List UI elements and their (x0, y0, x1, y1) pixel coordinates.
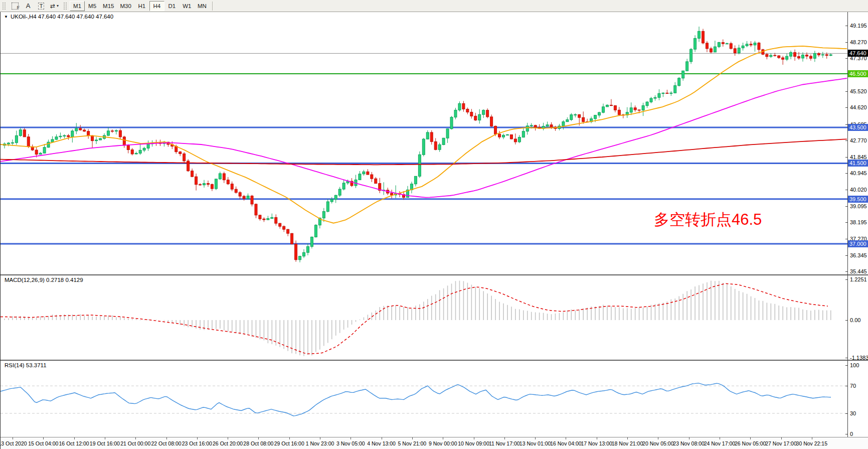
time-tick-mark (504, 437, 505, 439)
time-tick-label: 27 Nov 17:00 (765, 440, 796, 446)
price-level-badge: 39.500 (848, 196, 868, 203)
time-tick-mark (535, 437, 536, 439)
timeframe-w1-button[interactable]: W1 (180, 1, 195, 11)
rsi-indicator-label: RSI(14) 53.3711 (5, 362, 47, 368)
timeframe-d1-button[interactable]: D1 (164, 1, 180, 11)
timeframe-mn-button[interactable]: MN (195, 1, 210, 11)
time-tick-mark (812, 437, 812, 439)
chevron-down-icon: ▾ (57, 4, 59, 8)
toolbar-separator (212, 2, 213, 11)
axis-tick-label: 30 (850, 410, 856, 416)
toolbar-grip[interactable] (63, 2, 68, 10)
annotation-text: 多空转折点46.5 (654, 209, 762, 230)
axis-tick-mark (845, 58, 847, 59)
time-tick-mark (166, 437, 167, 439)
time-tick-mark (135, 437, 136, 439)
time-tick-label: 17 Nov 13:00 (581, 440, 612, 446)
toolbar-grip[interactable] (2, 2, 7, 10)
axis-tick-mark (845, 239, 847, 239)
time-tick-mark (750, 437, 751, 439)
time-tick-mark (658, 437, 658, 439)
time-tick-label: 22 Oct 08:00 (151, 440, 181, 446)
time-tick-label: 21 Oct 00:00 (120, 440, 150, 446)
axis-tick-label: 40.945 (850, 170, 867, 176)
price-axis[interactable]: 49.19548.27047.37045.52044.62043.68542.7… (848, 12, 868, 437)
time-tick-mark (720, 437, 720, 439)
time-tick-label: 18 Nov 21:00 (612, 440, 643, 446)
timeframe-h1-button[interactable]: H1 (134, 1, 149, 11)
time-axis[interactable]: 13 Oct 202015 Oct 04:0016 Oct 12:0019 Oc… (1, 437, 868, 449)
time-tick-mark (443, 437, 443, 439)
time-tick-mark (105, 437, 105, 439)
axis-tick-mark (845, 365, 847, 366)
axis-tick-label: 39.095 (850, 203, 867, 209)
axis-tick-mark (845, 358, 847, 358)
time-tick-mark (566, 437, 566, 439)
axis-tick-label: 36.345 (850, 252, 867, 258)
time-tick-mark (781, 437, 782, 439)
arrange-arrows-button[interactable]: ⇄ ▾ (48, 1, 61, 11)
axis-tick-label: 49.195 (850, 23, 867, 29)
panel-divider[interactable] (1, 360, 868, 361)
axis-tick-mark (845, 157, 847, 158)
mt4-window: F A T ⇄ ▾ M1 M5 M15 M30 H1 H4 D1 W1 MN ▼… (0, 0, 868, 449)
axis-tick-mark (845, 320, 847, 321)
timeframe-h4-button[interactable]: H4 (149, 1, 164, 11)
time-tick-mark (289, 437, 290, 439)
axis-tick-label: 45.520 (850, 88, 867, 94)
axis-tick-mark (845, 279, 847, 280)
letter-a-icon: A (26, 2, 31, 10)
timeframe-m30-button[interactable]: M30 (117, 1, 134, 11)
timeframe-m15-button[interactable]: M15 (100, 1, 117, 11)
time-tick-label: 26 Nov 05:00 (735, 440, 766, 446)
time-tick-label: 30 Nov 22:15 (796, 440, 827, 446)
axis-tick-label: 44.620 (850, 104, 867, 110)
axis-tick-mark (845, 26, 847, 26)
time-tick-label: 3 Nov 05:00 (336, 440, 365, 446)
time-tick-label: 19 Oct 16:00 (90, 440, 120, 446)
axis-tick-mark (845, 140, 847, 141)
timeframe-m5-button[interactable]: M5 (85, 1, 100, 11)
macd-panel[interactable] (1, 275, 847, 360)
price-level-badge: 41.500 (848, 160, 868, 167)
price-level-badge: 37.000 (848, 240, 868, 247)
time-tick-label: 10 Nov 09:00 (458, 440, 489, 446)
axis-tick-label: 70 (850, 383, 856, 389)
axis-tick-label: 38.195 (850, 219, 867, 225)
axis-tick-mark (845, 124, 847, 125)
axis-tick-mark (845, 107, 847, 108)
panel-divider[interactable] (1, 274, 868, 275)
price-level-badge: 43.500 (848, 124, 868, 131)
axis-tick-mark (845, 222, 847, 223)
time-tick-label: 20 Nov 05:00 (642, 440, 673, 446)
time-tick-mark (320, 437, 320, 439)
time-tick-mark (228, 437, 228, 439)
time-tick-label: 9 Nov 00:00 (429, 440, 457, 446)
time-tick-mark (351, 437, 351, 439)
symbol-dropdown-icon[interactable]: ▼ (4, 15, 8, 19)
text-box-button[interactable]: T (35, 1, 47, 11)
rsi-panel[interactable] (1, 361, 847, 438)
time-tick-label: 5 Nov 21:00 (398, 440, 427, 446)
axis-tick-mark (845, 91, 847, 92)
toolbar: F A T ⇄ ▾ M1 M5 M15 M30 H1 H4 D1 W1 MN (0, 0, 868, 12)
time-tick-mark (689, 437, 689, 439)
fibo-f-label: F (17, 5, 20, 10)
time-tick-label: 24 Nov 17:00 (704, 440, 735, 446)
text-label-button[interactable]: A (22, 1, 34, 11)
time-tick-label: 23 Oct 16:00 (182, 440, 212, 446)
time-tick-label: 13 Nov 01:00 (519, 440, 551, 446)
time-tick-label: 23 Nov 08:00 (673, 440, 704, 446)
timeframe-m1-button[interactable]: M1 (70, 1, 85, 11)
arrows-icon: ⇄ (50, 3, 55, 10)
axis-tick-label: 1.2251 (850, 276, 867, 282)
fibo-tool-button[interactable]: F (9, 1, 21, 11)
main-chart-panel[interactable] (1, 12, 847, 274)
time-tick-label: 15 Oct 04:00 (28, 440, 58, 446)
axis-tick-label: 42.770 (850, 137, 867, 143)
axis-tick-mark (845, 173, 847, 174)
axis-tick-mark (845, 386, 847, 386)
axis-tick-mark (845, 271, 847, 272)
time-tick-label: 16 Nov 04:00 (550, 440, 581, 446)
axis-tick-label: 0 (850, 431, 853, 437)
